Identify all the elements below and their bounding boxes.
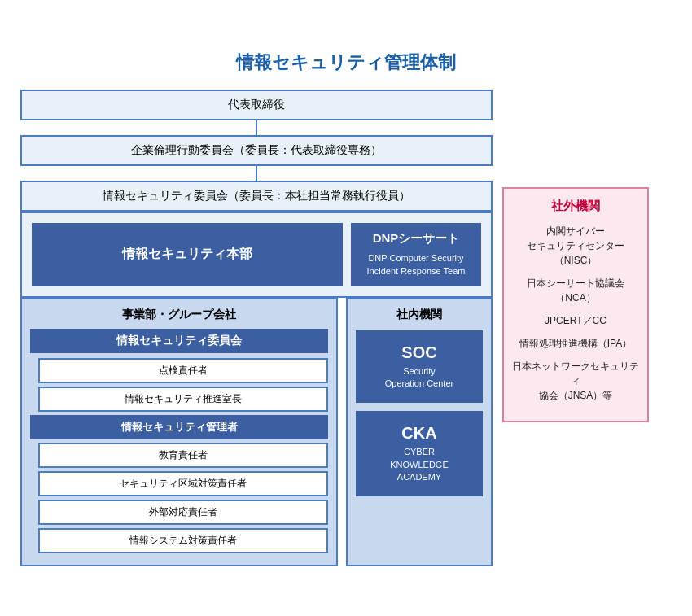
cka-title: CKA bbox=[362, 424, 476, 443]
jigyou-title: 事業部・グループ会社 bbox=[30, 308, 328, 322]
jigyou-box: 事業部・グループ会社 情報セキュリティ委員会 点検責任者 情報セキュリティ推進室… bbox=[20, 298, 338, 566]
cka-sub: CYBERKNOWLEDGEACADEMY bbox=[362, 446, 476, 483]
gaisha-item-1: 日本シーサート協議会（NCA） bbox=[512, 276, 639, 305]
tenken-box: 点検責任者 bbox=[38, 358, 328, 383]
gaisha-item-3: 情報処理推進機構（IPA） bbox=[512, 336, 639, 351]
gaibut-box: 外部対応責任者 bbox=[38, 500, 328, 525]
cka-box: CKA CYBERKNOWLEDGEACADEMY bbox=[356, 411, 483, 496]
dnp-sub: DNP Computer Security Incident Response … bbox=[356, 251, 476, 278]
shakai-title: 社内機関 bbox=[356, 308, 483, 322]
left-main: 代表取締役 企業倫理行動委員会（委員長：代表取締役専務） 情報セキュリティ委員会… bbox=[20, 90, 493, 566]
box-kigyou: 企業倫理行動委員会（委員長：代表取締役専務） bbox=[20, 135, 493, 166]
gaisha-item-0: 内閣サイバーセキュリティセンター（NISC） bbox=[512, 224, 639, 268]
joho-system-box: 情報システム対策責任者 bbox=[38, 528, 328, 553]
gaisha-item-4: 日本ネットワークセキュリティ協会（JNSA）等 bbox=[512, 359, 639, 403]
box-joho-iinkai: 情報セキュリティ委員会（委員長：本社担当常務執行役員） bbox=[20, 181, 493, 212]
soc-title: SOC bbox=[362, 343, 476, 362]
bottom-row-wrapper: 事業部・グループ会社 情報セキュリティ委員会 点検責任者 情報セキュリティ推進室… bbox=[20, 298, 493, 566]
shakai-kikan-box: 社外機関 内閣サイバーセキュリティセンター（NISC） 日本シーサート協議会（N… bbox=[502, 187, 649, 422]
page-container: 情報セキュリティ管理体制 代表取締役 企業倫理行動委員会（委員長：代表取締役専務… bbox=[12, 34, 680, 583]
soc-box: SOC SecurityOperation Center bbox=[356, 330, 483, 404]
connector-2 bbox=[256, 166, 257, 181]
iinkai-dark: 情報セキュリティ委員会 bbox=[30, 329, 328, 353]
kyouiku-box: 教育責任者 bbox=[38, 443, 328, 468]
gaisha-item-2: JPCERT／CC bbox=[512, 313, 639, 328]
page-title: 情報セキュリティ管理体制 bbox=[20, 50, 672, 75]
dnp-title: DNPシーサート bbox=[373, 231, 460, 247]
suishin-box: 情報セキュリティ推進室長 bbox=[38, 387, 328, 412]
inner-row: 情報セキュリティ本部 DNPシーサート DNP Computer Securit… bbox=[20, 212, 493, 298]
box-dnp: DNPシーサート DNP Computer Security Incident … bbox=[351, 223, 481, 286]
connector-1 bbox=[256, 120, 257, 135]
box-daihyo: 代表取締役 bbox=[20, 90, 493, 120]
security-zone-box: セキュリティ区域対策責任者 bbox=[38, 471, 328, 496]
soc-sub: SecurityOperation Center bbox=[362, 365, 476, 391]
box-honbu: 情報セキュリティ本部 bbox=[32, 223, 343, 286]
gaisha-title: 社外機関 bbox=[512, 199, 639, 214]
outer-container: 代表取締役 企業倫理行動委員会（委員長：代表取締役専務） 情報セキュリティ委員会… bbox=[20, 90, 672, 566]
shakai-box: 社内機関 SOC SecurityOperation Center CKA CY… bbox=[346, 298, 493, 566]
kanrisha-dark: 情報セキュリティ管理者 bbox=[30, 415, 328, 439]
